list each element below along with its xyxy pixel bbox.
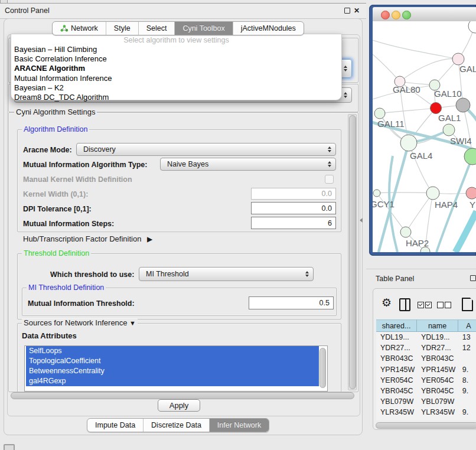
- column-header-clipped[interactable]: A: [458, 319, 476, 332]
- manual-kernel-label: Manual Kernel Width Definition: [23, 175, 132, 184]
- close-icon[interactable]: ✕: [354, 7, 360, 14]
- cell: YBL079W: [417, 397, 458, 406]
- node-label: GAL: [459, 64, 476, 74]
- cell: 13: [458, 333, 476, 341]
- cell: YBR045C: [376, 387, 417, 395]
- table-row[interactable]: YIL052C YIL052C 9: [376, 418, 476, 421]
- tab-style[interactable]: Style: [106, 22, 138, 35]
- list-item[interactable]: BetweennessCentrality: [26, 366, 319, 376]
- apply-button[interactable]: Apply: [158, 399, 200, 412]
- manual-kernel-checkbox[interactable]: [325, 175, 334, 184]
- dropdown-item-selected[interactable]: ARACNE Algorithm: [11, 64, 341, 73]
- table-row[interactable]: YBR043C YBR043C: [376, 353, 476, 364]
- settings-scrollbar-track[interactable]: [348, 114, 357, 390]
- dropdown-item[interactable]: Bayesian – Hill Climbing: [11, 45, 341, 54]
- table-row[interactable]: YBR045C YBR045C 9.: [376, 386, 476, 396]
- cell: 8.: [458, 376, 476, 384]
- dropdown-item[interactable]: Bayesian – K2: [11, 83, 341, 93]
- table-panel-float-icon[interactable]: [470, 275, 476, 281]
- node-gal1: [431, 103, 442, 114]
- node-label: HAP4: [435, 200, 458, 210]
- tab-cyni-toolbox[interactable]: Cyni Toolbox: [174, 22, 232, 35]
- mi-type-combo[interactable]: Naive Bayes: [160, 158, 336, 171]
- node-gal4: [400, 135, 417, 151]
- data-attributes-list: SelfLoops TopologicalCoefficient Between…: [24, 345, 328, 392]
- column-header-shared-name[interactable]: shared...: [376, 319, 417, 332]
- select-all-icon[interactable]: [418, 302, 424, 308]
- settings-scrollbar-thumb[interactable]: [349, 115, 356, 389]
- network-canvas[interactable]: GAL GAL80 GAL10 GAL1 SWI4 GAL4 GAL11 GCY…: [373, 21, 476, 252]
- column-header-name[interactable]: name: [417, 319, 458, 332]
- cyni-settings-title: Cyni Algorithm Settings: [14, 108, 97, 116]
- table-row[interactable]: YDL19... YDL19... 13: [376, 332, 476, 343]
- close-traffic-light[interactable]: [381, 11, 390, 19]
- sources-title-row[interactable]: Sources for Network Inference ▼: [22, 319, 138, 327]
- tab-discretize-data[interactable]: Discretize Data: [143, 419, 209, 432]
- combo-arrows-icon: [344, 88, 347, 102]
- tab-infer-network-label: Infer Network: [217, 421, 261, 429]
- list-item[interactable]: TopologicalCoefficient: [26, 356, 319, 366]
- tab-select[interactable]: Select: [138, 22, 175, 35]
- tab-jactivemnodules[interactable]: jActiveMNodules: [233, 22, 304, 35]
- table-row[interactable]: YLR345W YLR345W 9.: [376, 407, 476, 418]
- deselect-all-icon[interactable]: [445, 302, 451, 308]
- settings-gear-icon[interactable]: ⚙: [382, 297, 392, 309]
- settings-horizontal-scrollbar[interactable]: [11, 392, 354, 399]
- which-threshold-combo[interactable]: MI Threshold: [139, 267, 314, 281]
- split-columns-icon[interactable]: [399, 298, 410, 311]
- which-threshold-label: Which threshold to use:: [50, 270, 134, 279]
- cell: YIL052C: [376, 419, 417, 420]
- node-label: GCY1: [373, 199, 395, 209]
- deselect-all-icon[interactable]: [437, 302, 444, 308]
- aracne-mode-combo[interactable]: Discovery: [76, 143, 336, 156]
- kernel-width-field[interactable]: 0.0: [251, 188, 336, 200]
- table-panel-body: ⚙ shared... name A YDL19... YDL19... 13 …: [373, 288, 476, 430]
- new-table-icon[interactable]: [462, 298, 473, 311]
- dropdown-item[interactable]: Basic Correlation Inference: [11, 54, 341, 64]
- cell: 9.: [458, 387, 476, 395]
- tab-infer-network[interactable]: Infer Network: [209, 419, 269, 432]
- splitter-arrow-icon[interactable]: [360, 218, 363, 223]
- list-item[interactable]: SelfLoops: [26, 346, 319, 356]
- cell: YDL19...: [376, 333, 417, 341]
- select-all-icon[interactable]: [425, 302, 432, 308]
- node: [468, 21, 476, 33]
- cell: YBR043C: [417, 354, 458, 363]
- list-vertical-scrollbar[interactable]: [319, 348, 326, 388]
- table-row[interactable]: YBL079W YBL079W: [376, 396, 476, 407]
- combo-arrows-icon: [305, 268, 309, 281]
- node-label: GAL4: [410, 151, 432, 161]
- minimized-panel-icon[interactable]: [4, 444, 15, 450]
- hub-tf-definition-toggle[interactable]: Hub/Transcription Factor Definition ▶: [23, 234, 152, 244]
- tab-network[interactable]: Network: [53, 22, 106, 35]
- tab-impute-data-label: Impute Data: [95, 421, 135, 429]
- network-window-titlebar[interactable]: [373, 7, 476, 22]
- node: [456, 98, 470, 112]
- dropdown-item[interactable]: Dream8 DC_TDC Algorithm: [11, 93, 341, 102]
- table-panel-title: Table Panel: [376, 275, 414, 283]
- table-row[interactable]: YDR27... YDR27... 12: [376, 343, 476, 353]
- combo-arrows-icon: [328, 144, 331, 155]
- float-window-icon[interactable]: [344, 8, 350, 14]
- table-row[interactable]: YER054C YER054C 8.: [376, 375, 476, 386]
- dropdown-item[interactable]: Mutual Information Inference: [11, 74, 341, 83]
- aracne-mode-value: Discovery: [83, 145, 116, 154]
- minimize-traffic-light[interactable]: [392, 11, 400, 19]
- table-horizontal-scrollbar[interactable]: [376, 422, 476, 429]
- tab-jactivemnodules-label: jActiveMNodules: [241, 24, 296, 32]
- list-item[interactable]: gal4RGexp: [26, 376, 319, 386]
- mi-steps-field[interactable]: 6: [251, 217, 336, 229]
- mi-threshold-title: MI Threshold Definition: [27, 283, 106, 292]
- cell: YLR345W: [376, 408, 417, 416]
- zoom-traffic-light[interactable]: [402, 11, 411, 19]
- tab-impute-data[interactable]: Impute Data: [87, 419, 143, 432]
- node-label: GAL80: [393, 84, 420, 94]
- expand-right-icon: ▶: [147, 235, 152, 243]
- table-row[interactable]: YPR145W YPR145W 9.: [376, 364, 476, 375]
- tab-select-label: Select: [146, 24, 167, 32]
- cell: YBR045C: [417, 387, 458, 395]
- node: [452, 53, 464, 65]
- application-root: Control Panel ✕ Network Style Select Cyn…: [0, 0, 476, 450]
- dpi-tolerance-field[interactable]: 0.0: [251, 202, 336, 214]
- mi-threshold-field[interactable]: 0.5: [249, 296, 334, 309]
